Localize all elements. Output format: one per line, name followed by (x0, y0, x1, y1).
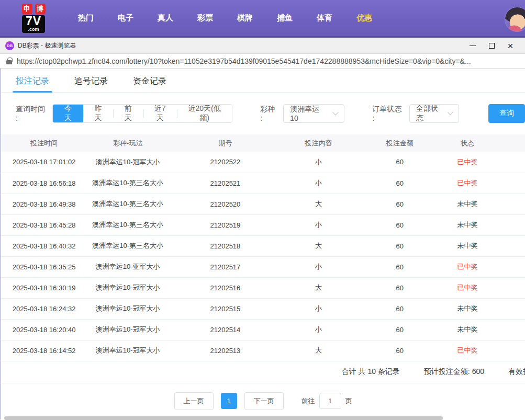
menu-item-lottery[interactable]: 彩票 (185, 8, 225, 28)
search-button[interactable]: 查询 (488, 104, 525, 123)
menu-item-fishing[interactable]: 捕鱼 (265, 8, 305, 28)
cell-game-play: 澳洲幸运10-冠军大小 (87, 298, 169, 319)
summary-valid-amount: 有效投注金额 (508, 367, 525, 377)
pagination: 上一页 1 下一页 前往 页 (1, 392, 525, 410)
url-text[interactable]: https://ctop02pchwp1.zfnc84.com/lottery/… (17, 57, 471, 65)
cell-issue: 21202514 (169, 319, 282, 340)
summary-bar: 合计 共 10 条记录 预计投注金额: 600 有效投注金额 (1, 361, 525, 383)
cell-content: 小 (282, 214, 355, 235)
tab-bet-records[interactable]: 投注记录 (16, 76, 49, 92)
table-row: 2025-03-18 17:01:02 澳洲幸运10-冠军大小 21202522… (1, 152, 525, 173)
time-option-today[interactable]: 今天 (53, 105, 83, 122)
filter-bar: 查询时间 : 今天 昨天 前天 近7天 近20天(低频) 彩种 : 澳洲幸运10… (16, 104, 525, 123)
next-page-button[interactable]: 下一页 (244, 392, 284, 410)
cell-game-play: 澳洲幸运10-第三名大小 (87, 173, 169, 194)
record-tabs: 投注记录 追号记录 资金记录 (1, 69, 525, 93)
time-option-last7days[interactable]: 近7天 (143, 105, 177, 122)
summary-estimated-amount: 预计投注金额: 600 (424, 367, 484, 377)
cell-bet-time: 2025-03-18 16:45:28 (1, 214, 87, 235)
header-issue: 期号 (169, 134, 282, 152)
address-bar[interactable]: https://ctop02pchwp1.zfnc84.com/lottery/… (0, 54, 525, 69)
site-header: 申 博 7V .com 热门 电子 真人 彩票 棋牌 捕鱼 体育 优惠 (0, 0, 525, 38)
goto-label: 前往 (301, 396, 315, 406)
tab-chase-records[interactable]: 追号记录 (74, 76, 108, 92)
menu-item-sports[interactable]: 体育 (305, 8, 344, 28)
cell-issue: 21202521 (169, 173, 282, 194)
cell-game-play: 澳洲幸运10-第三名大小 (87, 235, 169, 256)
cell-amount: 60 (355, 340, 444, 361)
cell-bet-time: 2025-03-18 16:56:18 (1, 173, 87, 194)
page-unit-label: 页 (345, 396, 352, 406)
cell-status: 未中奖 (444, 235, 525, 256)
cell-game-play: 澳洲幸运10-冠军大小 (87, 319, 169, 340)
logo-tld: .com (26, 27, 41, 32)
header-game-play: 彩种-玩法 (87, 134, 169, 152)
cell-game-play: 澳洲幸运10-冠军大小 (87, 152, 169, 173)
menu-item-slots[interactable]: 电子 (106, 8, 146, 28)
table-header-row: 投注时间 彩种-玩法 期号 投注内容 投注金额 状态 (1, 134, 525, 152)
lottery-select-value: 澳洲幸运10 (290, 105, 327, 122)
user-avatar[interactable] (505, 7, 525, 32)
horizontal-scrollbar[interactable] (4, 416, 443, 420)
cell-issue: 21202522 (169, 152, 282, 173)
screen: 申 博 7V .com 热门 电子 真人 彩票 棋牌 捕鱼 体育 优惠 DB D… (0, 0, 525, 420)
window-titlebar: DB DB彩票 - 极速浏览器 × (0, 38, 525, 54)
minimize-button[interactable] (463, 39, 482, 52)
lottery-select[interactable]: 澳洲幸运10 (283, 104, 344, 123)
time-option-last20days[interactable]: 近20天(低频) (177, 105, 232, 122)
cell-content: 大 (282, 235, 355, 256)
menu-item-hot[interactable]: 热门 (66, 8, 106, 28)
cell-content: 小 (282, 173, 355, 194)
order-status-value: 全部状态 (416, 104, 442, 123)
cell-content: 小 (282, 298, 355, 319)
cell-status: 已中奖 (444, 340, 525, 361)
cell-issue: 21202515 (169, 298, 282, 319)
cell-status: 已中奖 (444, 152, 525, 173)
cell-content: 大 (282, 194, 355, 214)
logo-box: 7V .com (22, 15, 45, 33)
order-status-select[interactable]: 全部状态 (409, 104, 459, 123)
menu-item-promos[interactable]: 优惠 (344, 8, 384, 28)
table-row: 2025-03-18 16:40:32 澳洲幸运10-第三名大小 2120251… (1, 235, 525, 256)
cell-issue: 21202518 (169, 235, 282, 256)
table-row: 2025-03-18 16:45:28 澳洲幸运10-第三名大小 2120251… (1, 214, 525, 235)
header-content: 投注内容 (282, 134, 355, 152)
tab-fund-records[interactable]: 资金记录 (133, 76, 166, 92)
cell-status: 已中奖 (444, 173, 525, 194)
cell-amount: 60 (355, 319, 444, 340)
summary-total-records: 合计 共 10 条记录 (342, 367, 400, 377)
bet-records-table: 投注时间 彩种-玩法 期号 投注内容 投注金额 状态 2025-03-18 17… (1, 134, 525, 361)
prev-page-button[interactable]: 上一页 (174, 392, 214, 410)
cell-amount: 60 (355, 277, 444, 298)
close-button[interactable]: × (501, 39, 520, 52)
cell-amount: 60 (355, 235, 444, 256)
chevron-down-icon (333, 109, 339, 115)
cell-game-play: 澳洲幸运10-冠军大小 (87, 277, 169, 298)
goto-page-input[interactable] (319, 393, 341, 409)
cell-bet-time: 2025-03-18 16:30:19 (1, 277, 87, 298)
table-row: 2025-03-18 16:20:40 澳洲幸运10-冠军大小 21202514… (1, 319, 525, 340)
logo-badge-shen: 申 (22, 4, 32, 14)
cell-bet-time: 2025-03-18 16:49:38 (1, 194, 87, 214)
cell-issue: 21202513 (169, 340, 282, 361)
cell-bet-time: 2025-03-18 16:20:40 (1, 319, 87, 340)
cell-issue: 21202520 (169, 194, 282, 214)
menu-item-live[interactable]: 真人 (146, 8, 185, 28)
time-filter-label: 查询时间 : (16, 105, 47, 122)
cell-game-play: 澳洲幸运10-亚军大小 (87, 256, 169, 277)
cell-game-play: 澳洲幸运10-第三名大小 (87, 194, 169, 214)
cell-bet-time: 2025-03-18 16:14:52 (1, 340, 87, 361)
cell-status: 已中奖 (444, 256, 525, 277)
menu-item-cards[interactable]: 棋牌 (225, 8, 265, 28)
cell-bet-time: 2025-03-18 16:40:32 (1, 235, 87, 256)
logo-name: 7V (26, 15, 41, 27)
maximize-button[interactable] (482, 39, 501, 52)
current-page-button[interactable]: 1 (221, 393, 237, 409)
table-row: 2025-03-18 16:56:18 澳洲幸运10-第三名大小 2120252… (1, 173, 525, 194)
time-option-day-before[interactable]: 前天 (113, 105, 143, 122)
cell-status: 未中奖 (444, 298, 525, 319)
cell-status: 未中奖 (444, 319, 525, 340)
maximize-icon (489, 43, 495, 49)
site-logo[interactable]: 申 博 7V .com (16, 4, 51, 33)
time-option-yesterday[interactable]: 昨天 (83, 105, 113, 122)
